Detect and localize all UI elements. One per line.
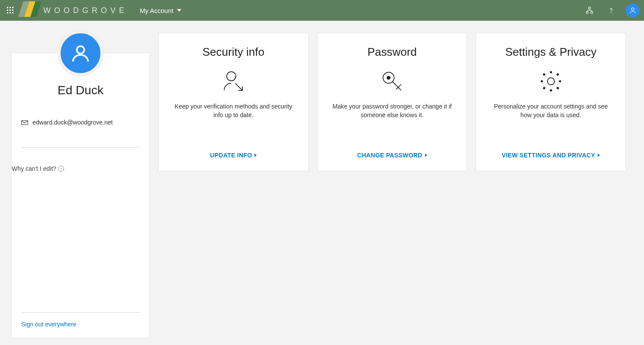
content-area: Ed Duck edward.duck@woodgrove.net Why ca… xyxy=(0,21,637,345)
profile-name: Ed Duck xyxy=(21,83,140,97)
tile-desc: Make your password stronger, or change i… xyxy=(332,102,453,120)
svg-rect-0 xyxy=(7,7,8,8)
chevron-right-icon xyxy=(598,153,600,157)
svg-rect-4 xyxy=(10,10,11,11)
brand-text: WOODGROVE xyxy=(43,6,128,15)
svg-rect-7 xyxy=(10,12,11,13)
help-button[interactable] xyxy=(604,3,618,17)
tile-desc: Keep your verification methods and secur… xyxy=(173,102,294,120)
info-icon: i xyxy=(58,166,64,172)
view-settings-link[interactable]: VIEW SETTINGS AND PRIVACY xyxy=(502,141,600,159)
profile-email: edward.duck@woodgrove.net xyxy=(32,119,113,126)
svg-rect-6 xyxy=(7,12,8,13)
tile-security-info: Security info Keep your verification met… xyxy=(158,33,309,171)
top-right-actions xyxy=(583,0,640,21)
person-icon xyxy=(629,6,637,14)
svg-rect-11 xyxy=(591,12,593,13)
change-password-link[interactable]: CHANGE PASSWORD xyxy=(357,141,427,159)
tile-title: Password xyxy=(367,45,417,59)
profile-card: Ed Duck edward.duck@woodgrove.net Why ca… xyxy=(11,53,150,338)
person-large-icon xyxy=(71,43,90,63)
tile-settings-privacy: Settings & Privacy Personalize your acco… xyxy=(476,33,626,171)
svg-point-18 xyxy=(387,76,390,79)
help-icon xyxy=(607,6,615,14)
tile-desc: Personalize your account settings and se… xyxy=(490,102,612,120)
svg-rect-10 xyxy=(586,12,589,13)
profile-bottom: Sign out everywhere xyxy=(21,312,140,328)
svg-rect-1 xyxy=(10,7,11,8)
svg-rect-9 xyxy=(589,7,591,9)
sitemap-icon xyxy=(586,6,593,14)
waffle-icon xyxy=(7,7,14,14)
chevron-down-icon xyxy=(177,9,181,12)
top-bar: WOODGROVE My Account xyxy=(0,0,644,21)
profile-avatar xyxy=(58,31,103,76)
edit-hint-text: Why can't I edit? xyxy=(12,165,56,172)
profile-button[interactable] xyxy=(626,3,640,17)
security-person-icon xyxy=(221,68,245,94)
brand-logo: WOODGROVE xyxy=(23,1,128,19)
svg-rect-2 xyxy=(12,7,13,8)
svg-rect-3 xyxy=(7,10,8,11)
tile-title: Security info xyxy=(203,45,264,59)
org-switch-button[interactable] xyxy=(583,3,596,17)
svg-rect-8 xyxy=(12,12,13,13)
svg-point-16 xyxy=(227,72,236,81)
tile-title: Settings & Privacy xyxy=(505,45,596,59)
svg-point-13 xyxy=(631,8,634,10)
edit-hint-link[interactable]: Why can't I edit? i xyxy=(12,165,140,172)
svg-point-19 xyxy=(547,78,554,85)
key-icon xyxy=(380,68,404,94)
app-launcher-button[interactable] xyxy=(0,0,21,21)
svg-rect-15 xyxy=(22,120,28,125)
update-info-link[interactable]: UPDATE INFO xyxy=(210,141,257,159)
mail-icon xyxy=(21,120,28,125)
brand-mark-icon xyxy=(23,1,41,19)
dropdown-label: My Account xyxy=(140,7,174,14)
svg-point-14 xyxy=(77,46,84,54)
chevron-right-icon xyxy=(425,153,427,157)
signout-everywhere-link[interactable]: Sign out everywhere xyxy=(21,321,77,328)
svg-point-12 xyxy=(611,13,612,13)
divider xyxy=(21,147,140,148)
gear-icon xyxy=(539,68,563,94)
svg-rect-5 xyxy=(12,10,13,11)
my-account-dropdown[interactable]: My Account xyxy=(140,7,181,14)
email-row: edward.duck@woodgrove.net xyxy=(21,119,140,126)
chevron-right-icon xyxy=(254,153,257,157)
tile-password: Password Make your password stronger, or… xyxy=(317,33,467,171)
